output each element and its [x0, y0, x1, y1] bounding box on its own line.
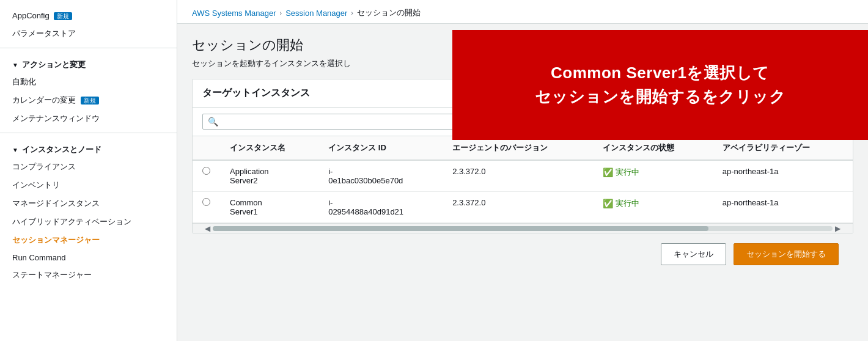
sidebar-divider-2: [0, 133, 177, 133]
sidebar-item-calendar[interactable]: カレンダーの変更 新規: [0, 91, 177, 109]
footer-row: キャンセル セッションを開始する: [192, 233, 853, 275]
col-select: [193, 136, 220, 160]
breadcrumb: AWS Systems Manager › Session Manager › …: [177, 0, 868, 24]
sidebar-item-run-command[interactable]: Run Command: [0, 249, 177, 266]
sidebar: AppConfig 新規 パラメータストア ▼ アクションと変更 自動化 カレン…: [0, 0, 177, 341]
instances-table: インスタンス名 インスタンス ID エージェントのバージョン インスタンスの状態…: [193, 136, 853, 223]
sidebar-item-appconfig[interactable]: AppConfig 新規: [0, 7, 177, 24]
sidebar-item-managed-instances[interactable]: マネージドインスタンス: [0, 194, 177, 213]
sidebar-item-inventory[interactable]: インベントリ: [0, 176, 177, 194]
sidebar-item-automation[interactable]: 自動化: [0, 73, 177, 91]
status-running-icon: ✅: [603, 167, 613, 177]
sidebar-item-session-manager[interactable]: セッションマネージャー: [0, 231, 177, 249]
sidebar-section-instances[interactable]: ▼ インスタンスとノード: [0, 138, 177, 158]
sidebar-section-actions[interactable]: ▼ アクションと変更: [0, 53, 177, 73]
breadcrumb-current: セッションの開始: [357, 7, 421, 18]
collapse-icon: ▼: [12, 62, 18, 68]
row2-radio[interactable]: [202, 198, 210, 206]
row1-name: ApplicationServer2: [220, 160, 318, 192]
row2-instance-id: i-02954488a40d91d21: [318, 192, 443, 223]
scroll-track[interactable]: [213, 226, 833, 231]
breadcrumb-aws-sm[interactable]: AWS Systems Manager: [192, 9, 276, 18]
row1-agent-version: 2.3.372.0: [443, 160, 593, 192]
scroll-right-arrow[interactable]: ▶: [833, 224, 843, 233]
page-content: セッションの開始 セッションを起動するインスタンスを選択し Common Ser…: [177, 24, 868, 287]
row1-availability: ap-northeast-1a: [713, 160, 853, 192]
scroll-thumb: [213, 226, 708, 231]
table-row: CommonServer1 i-02954488a40d91d21 2.3.37…: [193, 192, 853, 223]
row1-instance-id: i-0e1bac030b0e5e70d: [318, 160, 443, 192]
sidebar-item-state-manager[interactable]: ステートマネージャー: [0, 266, 177, 284]
panel-title: ターゲットインスタンス: [202, 87, 310, 100]
sidebar-item-compliance[interactable]: コンプライアンス: [0, 158, 177, 176]
row2-availability: ap-northeast-1a: [713, 192, 853, 223]
sidebar-item-parameter-store[interactable]: パラメータストア: [0, 24, 177, 43]
breadcrumb-sep-2: ›: [351, 9, 353, 16]
row1-radio[interactable]: [202, 167, 210, 175]
status-running-icon-2: ✅: [603, 199, 613, 208]
sidebar-item-maintenance[interactable]: メンテナンスウィンドウ: [0, 109, 177, 128]
search-icon: 🔍: [208, 117, 218, 127]
horizontal-scrollbar[interactable]: ◀ ▶: [193, 223, 853, 233]
row2-status: ✅ 実行中: [593, 192, 712, 223]
sidebar-item-hybrid[interactable]: ハイブリッドアクティベーション: [0, 213, 177, 231]
breadcrumb-session-manager[interactable]: Session Manager: [285, 9, 347, 18]
table-row: ApplicationServer2 i-0e1bac030b0e5e70d 2…: [193, 160, 853, 192]
sidebar-divider: [0, 48, 177, 48]
col-name: インスタンス名: [220, 136, 318, 160]
row1-select-cell[interactable]: [193, 160, 220, 192]
row2-select-cell[interactable]: [193, 192, 220, 223]
scroll-left-arrow[interactable]: ◀: [202, 224, 213, 233]
start-session-button[interactable]: セッションを開始する: [734, 243, 839, 265]
row1-status: ✅ 実行中: [593, 160, 712, 192]
overlay-banner-text: Common Server1を選択して セッションを開始するをクリック: [535, 61, 786, 109]
breadcrumb-sep-1: ›: [280, 9, 282, 16]
overlay-banner: Common Server1を選択して セッションを開始するをクリック: [452, 30, 868, 140]
row2-name: CommonServer1: [220, 192, 318, 223]
collapse-icon-2: ▼: [12, 147, 18, 153]
table-wrapper: インスタンス名 インスタンス ID エージェントのバージョン インスタンスの状態…: [193, 136, 853, 223]
row2-agent-version: 2.3.372.0: [443, 192, 593, 223]
col-instance-id: インスタンス ID: [318, 136, 443, 160]
main-content: AWS Systems Manager › Session Manager › …: [177, 0, 868, 341]
cancel-button[interactable]: キャンセル: [661, 243, 726, 265]
